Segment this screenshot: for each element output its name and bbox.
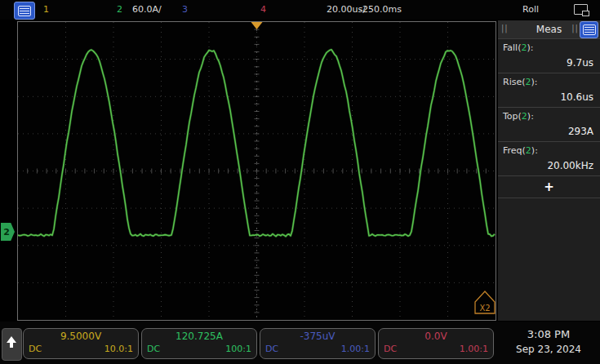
channel-2-ground-marker[interactable]: 2 xyxy=(1,223,15,241)
channel-4-coupling: DC xyxy=(384,343,397,355)
date-display: Sep 23, 2024 xyxy=(501,343,596,356)
measurement-label: Fall(2): xyxy=(503,42,595,55)
channel-4-offset-value: 0.0V xyxy=(384,331,488,343)
channel-3-button[interactable]: 3 xyxy=(182,4,188,15)
hamburger-menu-icon xyxy=(583,24,596,35)
measurement-label: Top(2): xyxy=(503,110,595,123)
measurement-panel-header[interactable]: || Meas || xyxy=(498,20,600,39)
clock: 3:08 PM Sep 23, 2024 xyxy=(501,326,596,356)
channel-4-info-box[interactable]: 0.0V DC1.00:1 xyxy=(378,328,494,359)
channel-3-probe-ratio: 1.00:1 xyxy=(341,343,370,355)
hamburger-menu-icon xyxy=(18,6,31,16)
channel-3-offset-value: -375uV xyxy=(265,331,370,343)
channel-1-coupling: DC xyxy=(29,343,42,355)
svg-text:X2: X2 xyxy=(479,304,490,313)
top-status-bar: 1 2 60.0A/ 3 4 20.00us/ -250.0ms Roll xyxy=(0,0,600,20)
channel-3-info-box[interactable]: -375uV DC1.00:1 xyxy=(260,328,376,359)
channel-2-probe-ratio: 100:1 xyxy=(225,343,251,355)
measurement-row-freq[interactable]: Freq(2): 20.00kHz xyxy=(498,142,600,176)
channel-2-offset-value: 120.725A xyxy=(147,331,251,343)
channel-2-scale[interactable]: 60.0A/ xyxy=(132,4,162,15)
waveform-display-area: X2 xyxy=(17,21,496,321)
measurement-label: Freq(2): xyxy=(503,144,595,158)
main-menu-button[interactable] xyxy=(14,2,35,20)
channel-2-info-box[interactable]: 120.725A DC100:1 xyxy=(141,328,257,359)
measurement-row-fall[interactable]: Fall(2): 9.7us xyxy=(498,39,600,73)
channel-4-button[interactable]: 4 xyxy=(260,4,266,15)
x2-cursor-marker[interactable]: X2 xyxy=(475,291,495,313)
channel-3-coupling: DC xyxy=(265,343,278,355)
measurement-menu-button[interactable] xyxy=(580,21,598,38)
display-window-icon[interactable] xyxy=(574,4,588,15)
channel-2-coupling: DC xyxy=(147,343,160,355)
time-display: 3:08 PM xyxy=(501,326,596,343)
expand-panel-button[interactable] xyxy=(2,328,22,361)
bottom-status-bar: 9.5000V DC10.0:1 120.725A DC100:1 -375uV… xyxy=(0,322,600,364)
measurement-value: 293A xyxy=(503,123,595,140)
measurement-value: 10.6us xyxy=(503,89,595,105)
acquisition-mode-indicator[interactable]: Roll xyxy=(522,4,539,15)
oscilloscope-screen: 1 2 60.0A/ 3 4 20.00us/ -250.0ms Roll X2… xyxy=(0,0,600,364)
measurement-row-top[interactable]: Top(2): 293A xyxy=(498,108,600,142)
trigger-position-marker[interactable] xyxy=(251,22,263,29)
waveform-plot: X2 xyxy=(18,22,496,323)
channel-4-probe-ratio: 1.00:1 xyxy=(460,343,488,355)
channel-1-info-box[interactable]: 9.5000V DC10.0:1 xyxy=(23,328,139,359)
add-measurement-button[interactable]: + xyxy=(498,176,600,198)
measurement-row-rise[interactable]: Rise(2): 10.6us xyxy=(498,73,600,108)
horizontal-delay[interactable]: -250.0ms xyxy=(359,4,402,15)
measurement-value: 9.7us xyxy=(503,55,595,71)
measurement-panel: || Meas || Fall(2): 9.7us Rise(2): 10.6u… xyxy=(498,20,600,321)
channel-1-offset-value: 9.5000V xyxy=(29,331,133,343)
panel-grip-right-icon: || xyxy=(571,24,579,33)
channel-1-button[interactable]: 1 xyxy=(43,4,49,15)
channel-2-button[interactable]: 2 xyxy=(117,4,122,15)
measurement-label: Rise(2): xyxy=(503,76,595,89)
measurement-value: 20.00kHz xyxy=(503,158,595,174)
channel-1-probe-ratio: 10.0:1 xyxy=(104,343,133,355)
